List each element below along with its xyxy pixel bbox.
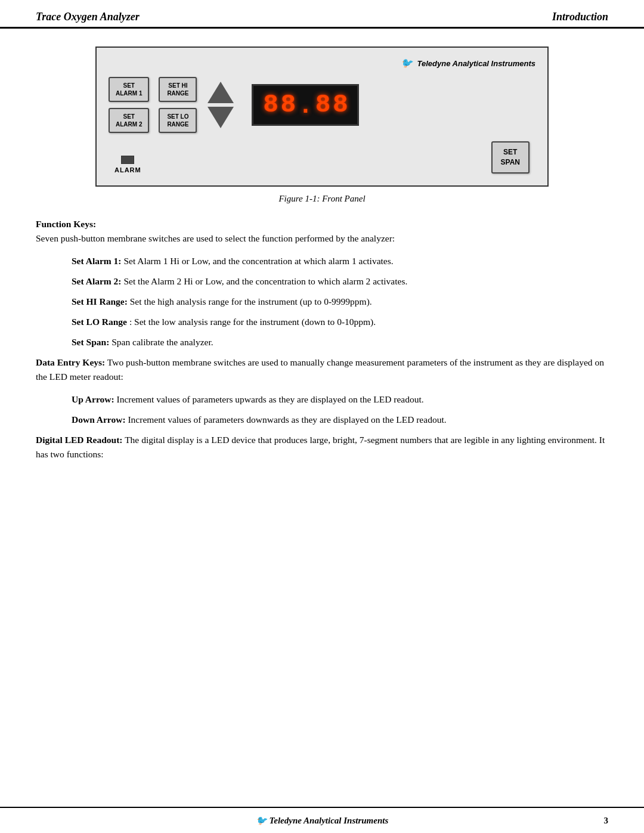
header-title-left: Trace Oxygen Analyzer — [36, 11, 140, 23]
up-arrow-desc: Up Arrow: Increment values of parameters… — [72, 392, 608, 407]
set-lo-range-desc: Set LO Range : Set the low analysis rang… — [72, 315, 608, 329]
led-digit-2: 8 — [281, 92, 296, 117]
front-panel-diagram: 🐦 Teledyne Analytical Instruments SET AL… — [95, 47, 549, 187]
down-arrow-label: Down Arrow: — [72, 414, 126, 425]
set-alarm-2-desc: Set Alarm 2: Set the Alarm 2 Hi or Low, … — [72, 274, 608, 289]
arrow-buttons-section — [208, 82, 234, 128]
footer-inner: 🐦 Teledyne Analytical Instruments 3 — [36, 815, 608, 826]
data-entry-section: Data Entry Keys: Two push-button membran… — [36, 355, 608, 384]
set-alarm-2-label: Set Alarm 2: — [72, 276, 122, 286]
set-hi-range-text: Set the high analysis range for the inst… — [130, 296, 372, 306]
page-footer: 🐦 Teledyne Analytical Instruments 3 — [0, 807, 644, 833]
set-alarm-2-button[interactable]: SET ALARM 2 — [109, 108, 149, 133]
button-row-bottom: SET ALARM 2 SET LO RANGE — [109, 108, 197, 133]
panel-bottom-row: ALARM SET SPAN — [109, 141, 535, 174]
set-hi-range-label: Set HI Range: — [72, 296, 128, 306]
led-readout: 8 8 . 8 8 — [252, 84, 359, 126]
function-keys-intro: Seven push-button membrane switches are … — [36, 233, 395, 243]
page-header: Trace Oxygen Analyzer Introduction — [0, 0, 644, 29]
digital-led-title: Digital LED Readout: — [36, 435, 123, 445]
button-row-top: SET ALARM 1 SET HI RANGE — [109, 77, 197, 102]
header-title-right: Introduction — [552, 11, 608, 23]
function-keys-title: Function Keys: — [36, 219, 96, 229]
set-alarm-1-desc: Set Alarm 1: Set Alarm 1 Hi or Low, and … — [72, 254, 608, 268]
digital-led-section: Digital LED Readout: The digital display… — [36, 433, 608, 462]
set-span-label: Set Span: — [72, 337, 109, 347]
footer-brand-text: Teledyne Analytical Instruments — [270, 816, 389, 825]
down-arrow-button[interactable] — [208, 107, 234, 128]
data-entry-title: Data Entry Keys: — [36, 357, 105, 367]
page: Trace Oxygen Analyzer Introduction 🐦 Tel… — [0, 0, 644, 833]
text-content: Function Keys: Seven push-button membran… — [36, 217, 608, 462]
main-content: 🐦 Teledyne Analytical Instruments SET AL… — [0, 29, 644, 807]
set-hi-range-desc: Set HI Range: Set the high analysis rang… — [72, 295, 608, 309]
up-arrow-button[interactable] — [208, 82, 234, 103]
brand-header: 🐦 Teledyne Analytical Instruments — [109, 57, 535, 69]
set-alarm-1-text: Set Alarm 1 Hi or Low, and the concentra… — [123, 256, 393, 266]
function-key-items: Set Alarm 1: Set Alarm 1 Hi or Low, and … — [72, 254, 608, 349]
set-alarm-1-button[interactable]: SET ALARM 1 — [109, 77, 149, 102]
set-lo-range-text: : Set the low analysis range for the ins… — [129, 317, 376, 327]
panel-controls: SET ALARM 1 SET HI RANGE SET ALARM — [109, 77, 535, 133]
data-entry-intro: Two push-button membrane switches are us… — [36, 357, 604, 382]
data-entry-items: Up Arrow: Increment values of parameters… — [72, 392, 608, 427]
alarm-label: ALARM — [114, 166, 141, 174]
down-arrow-desc: Down Arrow: Increment values of paramete… — [72, 413, 608, 427]
up-arrow-label: Up Arrow: — [72, 394, 114, 404]
set-span-text: Span calibrate the analyzer. — [112, 337, 213, 347]
set-lo-range-label: Set LO Range — [72, 317, 127, 327]
set-alarm-2-text: Set the Alarm 2 Hi or Low, and the conce… — [123, 276, 407, 286]
set-alarm-1-label: Set Alarm 1: — [72, 256, 122, 266]
function-keys-section: Function Keys: Seven push-button membran… — [36, 217, 608, 246]
footer-page-number: 3 — [604, 816, 609, 826]
brand-bird-icon: 🐦 — [401, 58, 413, 68]
set-span-desc: Set Span: Span calibrate the analyzer. — [72, 335, 608, 349]
set-span-button[interactable]: SET SPAN — [491, 141, 530, 174]
led-digit-1: 8 — [263, 92, 278, 117]
brand-name: Teledyne Analytical Instruments — [417, 59, 535, 68]
figure-container: 🐦 Teledyne Analytical Instruments SET AL… — [36, 47, 608, 187]
figure-caption: Figure 1-1: Front Panel — [36, 194, 608, 204]
led-digit-3: 8 — [315, 92, 330, 117]
set-lo-range-button[interactable]: SET LO RANGE — [159, 108, 197, 133]
up-arrow-text: Increment values of parameters upwards a… — [117, 394, 424, 404]
alarm-indicator: ALARM — [114, 156, 141, 174]
footer-bird-icon: 🐦 — [256, 816, 267, 825]
alarm-led-indicator — [121, 156, 134, 164]
footer-brand: 🐦 Teledyne Analytical Instruments — [256, 815, 389, 826]
set-hi-range-button[interactable]: SET HI RANGE — [159, 77, 197, 102]
function-buttons-section: SET ALARM 1 SET HI RANGE SET ALARM — [109, 77, 197, 133]
led-digit-4: 8 — [333, 92, 348, 117]
down-arrow-text: Increment values of parameters downwards… — [128, 414, 446, 425]
led-decimal: . — [298, 94, 313, 119]
